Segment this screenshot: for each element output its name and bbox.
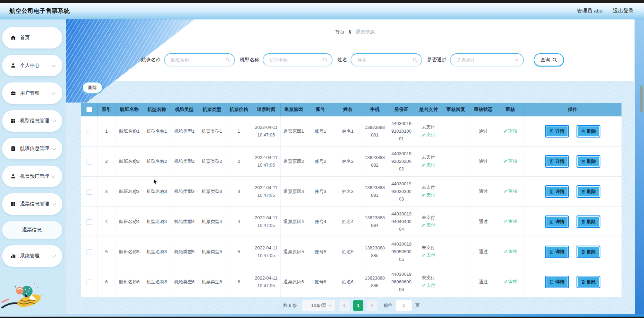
- window-top-edge: [0, 0, 644, 3]
- flight-name-filter-input[interactable]: [170, 54, 224, 65]
- cell-index: 3: [97, 177, 116, 207]
- review-link[interactable]: 审核: [504, 187, 517, 195]
- pagination-total: 共 6 条: [283, 302, 297, 309]
- review-link[interactable]: 审核: [504, 127, 517, 135]
- page-size-select[interactable]: 10条/页: [302, 300, 336, 311]
- review-link[interactable]: 审核: [504, 248, 517, 255]
- cell-review-reply: [442, 116, 470, 147]
- cell-account: 账号1: [307, 116, 334, 147]
- review-link[interactable]: 审核: [504, 218, 517, 225]
- model-name-filter-input[interactable]: [269, 54, 321, 65]
- column-header-4: 机舱类型: [171, 103, 198, 116]
- sidebar-item-2[interactable]: 个人中心: [2, 55, 62, 76]
- pay-status: 未支付: [417, 274, 440, 282]
- next-page-button[interactable]: [367, 300, 377, 311]
- cell-refund-time: 2022-04-11 10:47:05: [252, 116, 280, 147]
- pay-link[interactable]: 支付: [421, 282, 435, 289]
- sidebar-item-3[interactable]: 用户管理: [2, 82, 62, 104]
- table-row: 6 航班名称6 机型名称6 机舱类型6 机票类型6 6 2022-04-11 1…: [81, 267, 622, 297]
- person-name-filter-input[interactable]: [357, 54, 411, 65]
- column-header-15: 审核状态: [470, 103, 497, 116]
- cell-review-status: 通过: [470, 207, 497, 237]
- delete-row-button[interactable]: 删除: [577, 276, 600, 288]
- batch-delete-button[interactable]: 删除: [82, 82, 103, 94]
- cell-name: 姓名6: [334, 267, 362, 297]
- review-link[interactable]: 审核: [504, 278, 517, 285]
- cell-operations: 详情 删除: [524, 267, 622, 297]
- sidebar-item-7[interactable]: 退票信息管理: [2, 193, 62, 215]
- sidebar-item-8[interactable]: 退票信息: [2, 221, 62, 239]
- cell-phone: 13823888882: [362, 147, 388, 177]
- row-checkbox-cell: [81, 177, 97, 207]
- page-scrollbar-thumb[interactable]: [640, 86, 643, 113]
- breadcrumb-current: 退票信息: [355, 29, 375, 35]
- page-number-active[interactable]: 1: [353, 300, 363, 311]
- cell-phone: 13823888886: [362, 267, 388, 297]
- goto-page-input[interactable]: [395, 300, 412, 311]
- detail-button[interactable]: 详情: [545, 215, 569, 228]
- cell-id-card: 440300199505050005: [388, 237, 415, 267]
- cell-index: 4: [97, 207, 116, 237]
- logout-link[interactable]: 退出登录: [613, 8, 634, 14]
- delete-row-button[interactable]: 删除: [577, 155, 600, 168]
- table-row: 3 航班名称3 机型名称3 机舱类型3 机票类型3 3 2022-04-11 1…: [81, 177, 622, 207]
- prev-page-button[interactable]: [339, 300, 350, 311]
- row-checkbox[interactable]: [87, 219, 92, 225]
- table-header-row: 索引航班名称机型名称机舱类型机票类型机票价格退票时间退票原因账号姓名手机身份证是…: [81, 103, 622, 116]
- cell-review: 审核: [497, 267, 524, 297]
- cell-operations: 详情 删除: [524, 207, 622, 237]
- document-icon: [550, 189, 554, 194]
- row-checkbox[interactable]: [87, 129, 92, 134]
- cell-cabin-type: 机舱类型4: [171, 207, 198, 237]
- detail-button[interactable]: 详情: [545, 185, 569, 198]
- cell-review-status: 通过: [470, 116, 497, 147]
- delete-row-button[interactable]: 删除: [577, 215, 600, 228]
- pay-status: 未支付: [417, 153, 440, 161]
- cell-index: 5: [97, 237, 116, 267]
- sidebar-item-4[interactable]: 机型信息管理: [2, 110, 62, 132]
- pay-link[interactable]: 支付: [421, 251, 435, 259]
- select-all-checkbox[interactable]: [87, 107, 92, 112]
- pencil-icon: [421, 284, 425, 288]
- delete-row-button[interactable]: 删除: [577, 185, 600, 198]
- cell-ticket-price: 4: [226, 207, 252, 237]
- cell-cabin-type: 机舱类型6: [171, 267, 198, 297]
- chevron-down-icon: [52, 118, 56, 123]
- sidebar-item-9[interactable]: 系统管理: [2, 245, 62, 267]
- is-passed-filter-select[interactable]: [456, 54, 513, 65]
- row-checkbox[interactable]: [87, 189, 92, 195]
- query-button[interactable]: 查询: [534, 53, 564, 67]
- column-header-8: 退票原因: [280, 103, 307, 116]
- main-content: 首页 // 退票信息 航班名称 机型名称 姓名 是否通过 查询 删除: [66, 19, 644, 314]
- column-header-7: 退票时间: [252, 103, 280, 116]
- row-checkbox[interactable]: [87, 280, 92, 285]
- cell-review-reply: [442, 147, 470, 177]
- breadcrumb-home[interactable]: 首页: [335, 29, 345, 35]
- detail-button[interactable]: 详情: [545, 155, 569, 168]
- cell-review: 审核: [497, 147, 524, 177]
- pay-link[interactable]: 支付: [421, 191, 435, 199]
- sidebar-item-5[interactable]: 航班信息管理: [2, 138, 62, 159]
- chevron-down-icon: [52, 90, 56, 95]
- row-checkbox[interactable]: [87, 159, 92, 165]
- sidebar-item-1[interactable]: 首页: [2, 27, 62, 48]
- delete-row-button[interactable]: 删除: [577, 246, 600, 258]
- is-passed-filter-label: 是否通过: [427, 57, 446, 63]
- pay-link[interactable]: 支付: [421, 131, 435, 139]
- cell-refund-time: 2022-04-11 10:47:05: [252, 207, 280, 237]
- review-link[interactable]: 审核: [504, 157, 517, 165]
- cell-name: 姓名2: [334, 147, 362, 177]
- pay-link[interactable]: 支付: [421, 221, 435, 229]
- pencil-icon: [421, 133, 425, 137]
- detail-button[interactable]: 详情: [545, 125, 569, 138]
- app-title: 航空公司电子售票系统: [9, 7, 70, 15]
- row-checkbox[interactable]: [87, 249, 92, 255]
- cell-operations: 详情 删除: [524, 116, 622, 147]
- row-checkbox-cell: [81, 147, 97, 177]
- detail-button[interactable]: 详情: [545, 246, 569, 258]
- delete-row-button[interactable]: 删除: [577, 125, 600, 138]
- sidebar-item-6[interactable]: 机票预订管理: [2, 166, 62, 187]
- pay-link[interactable]: 支付: [421, 161, 435, 169]
- detail-button[interactable]: 详情: [545, 276, 569, 288]
- cell-flight-name: 航班名称2: [116, 147, 143, 177]
